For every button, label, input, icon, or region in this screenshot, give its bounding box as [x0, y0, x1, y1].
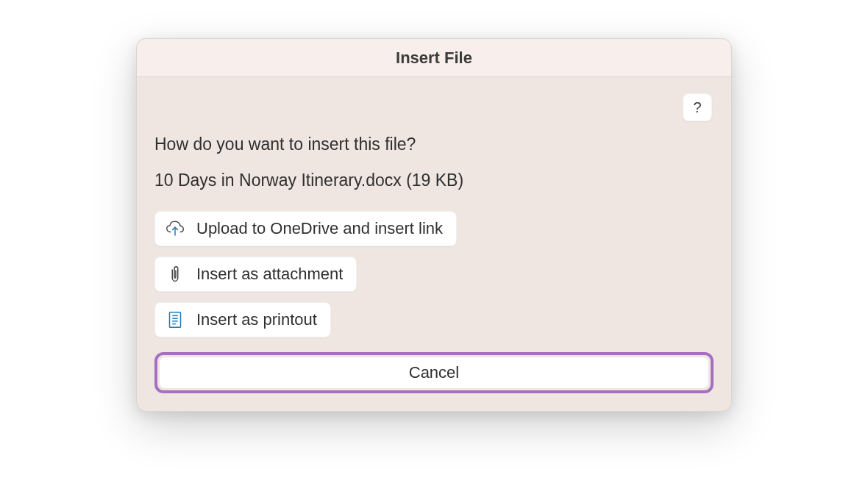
option-label: Insert as printout — [196, 310, 317, 329]
insert-printout-button[interactable]: Insert as printout — [154, 302, 331, 337]
insert-file-dialog: Insert File ? How do you want to insert … — [136, 38, 732, 412]
printout-icon — [164, 309, 186, 331]
dialog-titlebar: Insert File — [137, 39, 731, 77]
paperclip-icon — [164, 263, 186, 285]
cancel-label: Cancel — [409, 363, 459, 382]
cloud-upload-icon — [164, 218, 186, 240]
help-icon: ? — [693, 99, 701, 116]
insert-attachment-button[interactable]: Insert as attachment — [154, 257, 357, 292]
upload-onedrive-button[interactable]: Upload to OneDrive and insert link — [154, 211, 457, 246]
option-label: Insert as attachment — [196, 265, 343, 284]
svg-rect-1 — [170, 312, 181, 328]
help-button[interactable]: ? — [683, 93, 712, 121]
dialog-filename: 10 Days in Norway Itinerary.docx (19 KB) — [154, 171, 714, 190]
option-label: Upload to OneDrive and insert link — [196, 219, 443, 238]
cancel-focus-ring: Cancel — [154, 352, 714, 393]
dialog-title: Insert File — [396, 49, 472, 68]
dialog-body: ? How do you want to insert this file? 1… — [137, 77, 731, 411]
dialog-prompt: How do you want to insert this file? — [154, 135, 714, 154]
cancel-button[interactable]: Cancel — [160, 357, 708, 388]
options-list: Upload to OneDrive and insert link Inser… — [154, 211, 714, 337]
